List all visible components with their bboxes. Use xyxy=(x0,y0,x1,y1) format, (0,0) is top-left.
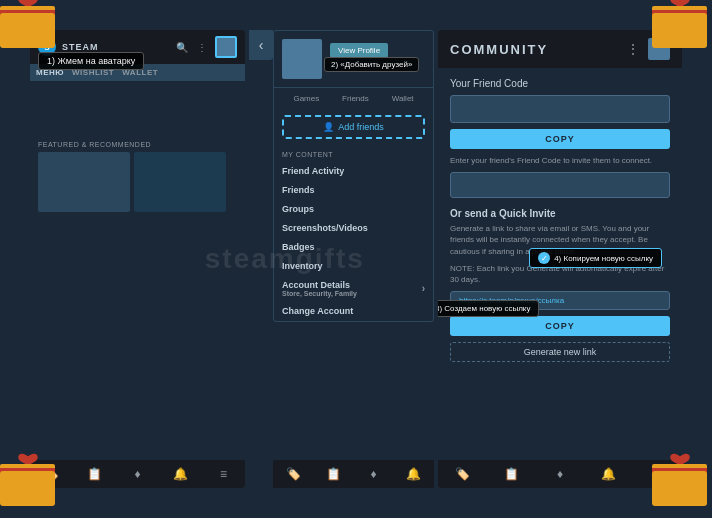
right-bottom-store-icon[interactable]: 🏷️ xyxy=(453,465,471,483)
quick-invite-section: Or send a Quick Invite Generate a link t… xyxy=(450,208,670,362)
add-friends-icon: 👤 xyxy=(323,122,334,132)
tab-games[interactable]: Games xyxy=(289,92,323,105)
copy-btn-wrapper: COPY 3) Создаем новую ссылку xyxy=(450,316,670,336)
community-menu-icon[interactable]: ⋮ xyxy=(626,41,640,57)
menu-item-badges[interactable]: Badges xyxy=(282,238,425,257)
bottom-nav-notifications-icon[interactable]: 🔔 xyxy=(172,465,190,483)
back-button[interactable]: ‹ xyxy=(249,30,273,60)
friend-code-label: Your Friend Code xyxy=(450,78,670,89)
middle-bottom-nav: 🏷️ 📋 ♦ 🔔 xyxy=(273,460,434,488)
copy-invite-link-button[interactable]: COPY xyxy=(450,316,670,336)
menu-item-change-account[interactable]: Change Account xyxy=(282,302,425,321)
annotation-step2: 2) «Добавить друзей» xyxy=(324,57,419,72)
steam-header-icons: 🔍 ⋮ xyxy=(175,36,237,58)
right-bottom-library-icon[interactable]: 📋 xyxy=(502,465,520,483)
featured-image-1 xyxy=(38,152,130,212)
annotation-step3: 3) Создаем новую ссылку xyxy=(438,300,539,317)
gift-decoration-br xyxy=(652,458,712,518)
profile-dropdown-panel: ‹ View Profile 2) «Добавить друзей» Game… xyxy=(249,30,434,488)
community-content: Your Friend Code COPY Enter your friend'… xyxy=(438,68,682,460)
main-container: S STEAM 🔍 ⋮ МЕНЮ WISHLIST WALLET FEATURE… xyxy=(30,30,682,488)
more-options-icon[interactable]: ⋮ xyxy=(195,40,209,54)
bottom-nav-library-icon[interactable]: 📋 xyxy=(86,465,104,483)
tab-wallet[interactable]: Wallet xyxy=(388,92,418,105)
community-header: COMMUNITY ⋮ xyxy=(438,30,682,68)
copy-friend-code-button[interactable]: COPY xyxy=(450,129,670,149)
add-friends-label: Add friends xyxy=(338,122,384,132)
mid-bottom-library-icon[interactable]: 📋 xyxy=(324,465,342,483)
enter-friend-code-input[interactable] xyxy=(450,172,670,198)
menu-item-friend-activity[interactable]: Friend Activity xyxy=(282,162,425,181)
quick-invite-title: Or send a Quick Invite xyxy=(450,208,670,219)
mid-bottom-community-icon[interactable]: ♦ xyxy=(365,465,383,483)
featured-image-2 xyxy=(134,152,226,212)
mid-bottom-notifications-icon[interactable]: 🔔 xyxy=(405,465,423,483)
featured-images xyxy=(30,152,245,212)
profile-tabs: Games Friends Wallet xyxy=(274,87,433,109)
search-icon[interactable]: 🔍 xyxy=(175,40,189,54)
arrow-icon: › xyxy=(422,283,425,294)
left-bottom-nav: 🏷️ 📋 ♦ 🔔 ≡ xyxy=(30,460,245,488)
friend-code-helper-text: Enter your friend's Friend Code to invit… xyxy=(450,155,670,166)
friend-code-section: Your Friend Code COPY Enter your friend'… xyxy=(450,78,670,198)
my-content-section: MY CONTENT Friend Activity Friends Group… xyxy=(274,145,433,321)
menu-item-groups[interactable]: Groups xyxy=(282,200,425,219)
gift-decoration-tr xyxy=(652,0,712,60)
steam-brand-label: STEAM xyxy=(62,42,99,52)
bottom-nav-community-icon[interactable]: ♦ xyxy=(129,465,147,483)
menu-item-account-details[interactable]: Account Details Store, Security, Family … xyxy=(282,276,425,302)
my-content-label: MY CONTENT xyxy=(282,151,425,158)
menu-item-screenshots[interactable]: Screenshots/Videos xyxy=(282,219,425,238)
menu-item-friends[interactable]: Friends xyxy=(282,181,425,200)
profile-card: View Profile 2) «Добавить друзей» Games … xyxy=(273,30,434,322)
community-title: COMMUNITY xyxy=(450,42,548,57)
bottom-nav-menu-icon[interactable]: ≡ xyxy=(215,465,233,483)
gift-decoration-tl xyxy=(0,0,60,60)
add-friends-button[interactable]: 👤 Add friends xyxy=(282,115,425,139)
profile-avatar-large[interactable] xyxy=(282,39,322,79)
left-content-area: FEATURED & RECOMMENDED xyxy=(30,81,245,460)
tab-friends[interactable]: Friends xyxy=(338,92,373,105)
user-avatar[interactable] xyxy=(215,36,237,58)
menu-item-inventory[interactable]: Inventory xyxy=(282,257,425,276)
friend-code-display xyxy=(450,95,670,123)
view-profile-button[interactable]: View Profile xyxy=(330,43,388,58)
annotation-step1: 1) Жмем на аватарку xyxy=(38,52,144,70)
featured-label: FEATURED & RECOMMENDED xyxy=(30,81,245,152)
check-icon: ✓ xyxy=(538,252,550,264)
gift-decoration-bl xyxy=(0,458,60,518)
community-panel: COMMUNITY ⋮ Your Friend Code COPY Enter … xyxy=(438,30,682,488)
mid-bottom-store-icon[interactable]: 🏷️ xyxy=(284,465,302,483)
generate-new-link-button[interactable]: Generate new link xyxy=(450,342,670,362)
steam-client-panel: S STEAM 🔍 ⋮ МЕНЮ WISHLIST WALLET FEATURE… xyxy=(30,30,245,488)
right-bottom-community-icon[interactable]: ♦ xyxy=(551,465,569,483)
annotation-step4: ✓ 4) Копируем новую ссылку xyxy=(529,248,662,268)
right-bottom-nav: 🏷️ 📋 ♦ 🔔 ≡ xyxy=(438,460,682,488)
right-bottom-notifications-icon[interactable]: 🔔 xyxy=(600,465,618,483)
